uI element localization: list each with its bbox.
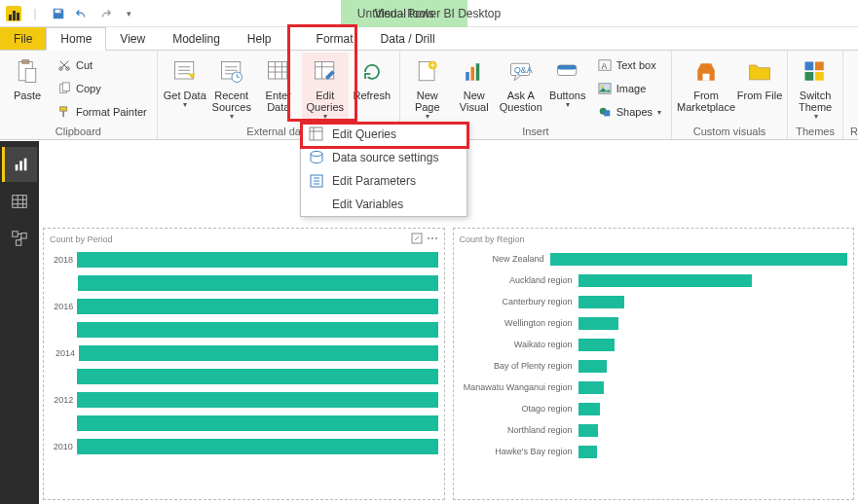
paste-button[interactable]: Paste [4, 53, 51, 123]
data-bar [77, 299, 437, 314]
axis-label: 2016 [46, 302, 77, 311]
axis-label: Canterbury region [456, 297, 578, 306]
data-bar [77, 392, 437, 408]
switch-theme-button[interactable]: Switch Theme▾ [792, 53, 839, 123]
copy-icon [56, 81, 72, 96]
new-visual-button[interactable]: New Visual [451, 53, 498, 123]
from-file-button[interactable]: From File [736, 53, 783, 123]
copy-button[interactable]: Copy [53, 78, 151, 99]
textbox-button[interactable]: AText box [593, 54, 665, 76]
data-bar [79, 345, 438, 361]
edit-queries-icon [310, 56, 341, 88]
data-view-button[interactable] [2, 184, 37, 219]
enter-data-button[interactable]: Enter Data [255, 53, 302, 123]
svg-rect-29 [703, 74, 710, 81]
bar-row: 2018 [46, 248, 438, 271]
svg-rect-28 [604, 110, 610, 116]
ask-question-button[interactable]: Q&AAsk A Question [498, 53, 544, 123]
bar-row: Wellington region [456, 312, 848, 334]
svg-point-46 [431, 237, 433, 239]
tab-view[interactable]: View [106, 27, 159, 50]
tab-modeling[interactable]: Modeling [159, 27, 234, 50]
save-icon[interactable] [49, 4, 68, 23]
get-data-button[interactable]: Get Data▾ [162, 53, 208, 123]
shapes-button[interactable]: Shapes▾ [593, 101, 665, 123]
svg-rect-31 [815, 62, 824, 71]
chevron-down-icon: ▾ [183, 101, 187, 110]
svg-rect-25 [599, 84, 611, 94]
quick-access-toolbar: | ▾ [0, 4, 138, 23]
tab-file[interactable]: File [0, 27, 46, 50]
axis-label: 2012 [46, 395, 77, 405]
axis-label: New Zealand [456, 254, 550, 264]
model-view-button[interactable] [2, 221, 37, 256]
chevron-down-icon: ▾ [230, 113, 234, 122]
data-bar [77, 322, 438, 338]
axis-label: Auckland region [456, 275, 578, 285]
axis-label: 2014 [46, 348, 79, 358]
bar-row: Canterbury region [456, 291, 848, 312]
group-label-re: Re [847, 126, 858, 139]
svg-rect-43 [16, 240, 20, 245]
new-visual-icon [459, 56, 490, 88]
svg-rect-22 [557, 65, 576, 69]
dropdown-data-source-settings[interactable]: Data source settings [301, 146, 466, 169]
bar-row: 2016 [46, 295, 438, 318]
edit-queries-button[interactable]: Edit Queries▾ [302, 53, 349, 123]
axis-label: Bay of Plenty region [456, 361, 578, 371]
buttons-icon [552, 56, 583, 88]
dropdown-edit-parameters[interactable]: Edit Parameters [301, 169, 466, 193]
data-bar [578, 381, 605, 394]
bar-row [46, 271, 438, 295]
title-bar: | ▾ Visual tools Untitled - Power BI Des… [0, 0, 858, 27]
focus-mode-icon[interactable] [411, 233, 423, 247]
chart-title: Count by Period [50, 234, 434, 244]
dropdown-edit-variables[interactable]: Edit Variables [301, 193, 466, 216]
tab-data-drill[interactable]: Data / Drill [367, 27, 449, 50]
svg-rect-18 [476, 63, 480, 81]
svg-rect-41 [13, 232, 18, 236]
tab-format[interactable]: Format [303, 27, 367, 50]
textbox-icon: A [597, 57, 613, 73]
recent-sources-button[interactable]: Recent Sources▾ [208, 53, 255, 123]
bar-row: Bay of Plenty region [456, 355, 848, 377]
svg-rect-40 [13, 196, 26, 208]
image-icon [597, 81, 613, 96]
svg-rect-32 [805, 72, 814, 81]
report-view-button[interactable] [2, 147, 37, 182]
new-page-button[interactable]: New Page▾ [404, 53, 451, 123]
from-marketplace-button[interactable]: From Marketplace [676, 53, 736, 123]
chart-count-by-region[interactable]: Count by Region New ZealandAuckland regi… [453, 228, 855, 500]
undo-icon[interactable] [72, 4, 92, 23]
svg-point-35 [311, 152, 322, 157]
dropdown-edit-queries[interactable]: Edit Queries [301, 123, 466, 146]
buttons-button[interactable]: Buttons▾ [544, 53, 591, 123]
cut-button[interactable]: Cut [53, 54, 151, 76]
svg-rect-12 [268, 62, 286, 80]
group-themes: Switch Theme▾ Themes [788, 51, 843, 139]
more-options-icon[interactable] [427, 233, 438, 247]
new-page-icon [412, 56, 443, 88]
svg-rect-42 [21, 234, 26, 238]
data-bar [77, 439, 438, 454]
chevron-down-icon: ▾ [566, 101, 570, 110]
qat-customize-icon[interactable]: ▾ [119, 4, 138, 23]
tab-home[interactable]: Home [46, 27, 106, 51]
partial-button[interactable] [847, 53, 858, 123]
format-painter-button[interactable]: Format Painter [53, 101, 151, 123]
axis-label: Waikato region [456, 340, 578, 349]
svg-rect-2 [25, 69, 36, 83]
tab-help[interactable]: Help [234, 27, 285, 50]
data-bar [550, 253, 847, 266]
chart-bars: New ZealandAuckland regionCanterbury reg… [456, 248, 848, 462]
recent-sources-icon [216, 56, 247, 88]
bar-row [46, 412, 438, 435]
refresh-button[interactable]: Refresh [349, 53, 395, 123]
group-label-themes: Themes [792, 126, 839, 139]
svg-text:A: A [601, 61, 607, 71]
chart-count-by-period[interactable]: Count by Period 20182016201420122010 [43, 228, 445, 500]
redo-icon[interactable] [95, 4, 115, 23]
image-button[interactable]: Image [593, 78, 665, 99]
svg-point-45 [428, 237, 429, 239]
paste-icon [12, 56, 43, 88]
